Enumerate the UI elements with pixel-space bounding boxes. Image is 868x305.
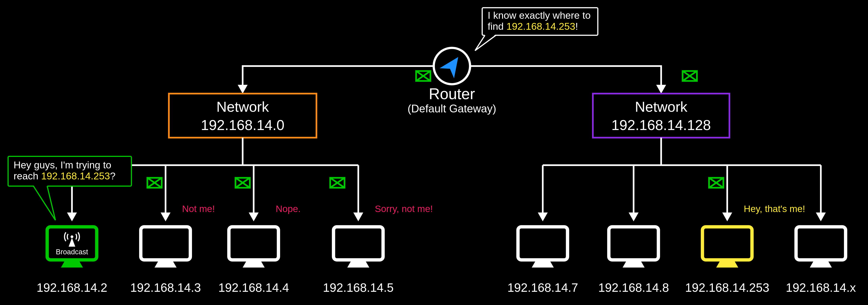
router-bubble-line2a: find (488, 21, 506, 32)
svg-text:I know exactly where to: I know exactly where to (488, 10, 591, 21)
network-left-ip: 192.168.14.0 (201, 117, 284, 133)
host-x-ip: 192.168.14.x (786, 281, 856, 295)
router-bubble-line2b: ! (575, 21, 578, 32)
broadcast-label: Broadcast (56, 248, 88, 256)
source-bubble-line2a: reach (14, 170, 41, 182)
svg-rect-31 (521, 230, 565, 257)
source-speech-bubble: Hey guys, I'm trying to reach 192.168.14… (8, 156, 132, 220)
host-7-ip: 192.168.14.7 (507, 281, 578, 295)
host-3-ip: 192.168.14.3 (130, 281, 201, 295)
svg-text:reach 192.168.14.253?: reach 192.168.14.253? (14, 170, 116, 182)
host-7 (518, 227, 567, 268)
svg-rect-34 (799, 230, 843, 257)
host3-response: Not me! (182, 204, 215, 214)
svg-rect-32 (612, 230, 656, 257)
host253-response: Hey, that's me! (744, 204, 805, 214)
host-253-ip: 192.168.14.253 (685, 281, 769, 295)
router-link-left (238, 66, 434, 94)
svg-rect-29 (232, 230, 276, 257)
router-speech-bubble: I know exactly where to find 192.168.14.… (475, 8, 598, 51)
source-ip: 192.168.14.2 (37, 281, 107, 295)
host4-response: Nope. (276, 204, 301, 214)
router-bubble-ip: 192.168.14.253 (506, 21, 575, 32)
router-link-right (470, 66, 697, 94)
source-bubble-line1: Hey guys, I'm trying to (14, 159, 111, 171)
svg-rect-28 (144, 230, 188, 257)
source-bubble-ip: 192.168.14.253 (41, 170, 110, 182)
host-253 (703, 227, 752, 268)
svg-rect-30 (336, 230, 380, 257)
source-host: Broadcast (47, 227, 97, 268)
network-right: Network 192.168.14.128 (593, 94, 730, 138)
host5-response: Sorry, not me! (375, 204, 433, 214)
network-right-label: Network (635, 99, 687, 115)
host-5 (334, 227, 383, 268)
svg-text:find 192.168.14.253!: find 192.168.14.253! (488, 21, 578, 32)
network-right-ip: 192.168.14.128 (612, 117, 711, 133)
router-title: Router (429, 85, 475, 102)
router-subtitle: (Default Gateway) (408, 102, 496, 115)
host-x (796, 227, 846, 268)
network-right-tree: Hey, that's me! (538, 138, 826, 221)
svg-rect-33 (705, 230, 749, 257)
host-8-ip: 192.168.14.8 (598, 281, 669, 295)
svg-text:Hey guys, I'm trying to: Hey guys, I'm trying to (14, 159, 111, 171)
router-bubble-line1: I know exactly where to (488, 10, 591, 21)
host-8 (609, 227, 658, 268)
host-5-ip: 192.168.14.5 (323, 281, 394, 295)
network-left: Network 192.168.14.0 (169, 94, 316, 138)
host-3 (141, 227, 190, 268)
host-4 (229, 227, 278, 268)
network-left-label: Network (216, 99, 269, 115)
source-bubble-line2b: ? (110, 170, 116, 182)
host-4-ip: 192.168.14.4 (218, 281, 289, 295)
